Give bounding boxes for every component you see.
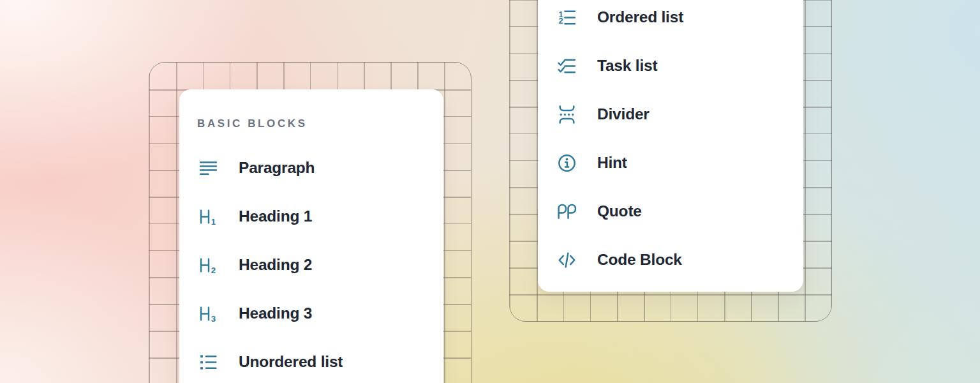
svg-text:2: 2: [211, 265, 216, 274]
paragraph-icon: [198, 158, 219, 179]
menu-item-task-list[interactable]: Task list: [538, 41, 803, 90]
menu-item-label: Paragraph: [239, 159, 315, 177]
menu-item-hint[interactable]: Hint: [538, 139, 803, 187]
menu-item-divider[interactable]: Divider: [538, 90, 803, 139]
divider-icon: [556, 104, 577, 125]
menu-item-label: Ordered list: [597, 8, 683, 26]
task-list-icon: [556, 56, 577, 77]
menu-item-label: Code Block: [597, 251, 682, 269]
svg-text:3: 3: [211, 313, 216, 323]
menu-item-label: Task list: [597, 57, 657, 75]
menu-item-heading-2[interactable]: 2 Heading 2: [179, 241, 443, 289]
menu-item-unordered-list[interactable]: Unordered list: [179, 338, 443, 383]
svg-text:1: 1: [211, 216, 216, 226]
block-menu-hero: BASIC BLOCKS Paragraph 1 Heading 1 2 Hea…: [0, 0, 980, 383]
quote-icon: [556, 201, 577, 222]
menu-item-paragraph[interactable]: Paragraph: [179, 144, 443, 192]
section-label: BASIC BLOCKS: [197, 117, 308, 130]
menu-item-label: Heading 3: [239, 304, 312, 322]
heading-1-icon: 1: [198, 206, 219, 227]
menu-item-label: Hint: [597, 154, 627, 172]
menu-item-ordered-list[interactable]: 1 2 Ordered list: [538, 0, 803, 41]
svg-text:2: 2: [559, 16, 563, 26]
heading-3-icon: 3: [198, 303, 219, 324]
unordered-list-icon: [198, 352, 219, 373]
menu-item-heading-1[interactable]: 1 Heading 1: [179, 192, 443, 241]
ordered-list-icon: 1 2: [556, 7, 577, 28]
menu-item-quote[interactable]: Quote: [538, 187, 803, 236]
menu-item-label: Heading 2: [239, 256, 312, 274]
basic-blocks-card: BASIC BLOCKS Paragraph 1 Heading 1 2 Hea…: [179, 89, 443, 383]
code-block-icon: [556, 250, 577, 271]
menu-item-label: Heading 1: [239, 207, 312, 225]
menu-item-label: Unordered list: [239, 353, 343, 371]
menu-item-label: Divider: [597, 105, 650, 123]
more-blocks-card: 1 2 Ordered list Task list: [538, 0, 803, 292]
more-blocks-menu: 1 2 Ordered list Task list: [538, 0, 803, 284]
hint-icon: [556, 153, 577, 174]
basic-blocks-menu: Paragraph 1 Heading 1 2 Heading 2 3 Head…: [179, 144, 443, 383]
menu-item-code-block[interactable]: Code Block: [538, 236, 803, 284]
menu-item-heading-3[interactable]: 3 Heading 3: [179, 289, 443, 338]
menu-item-label: Quote: [597, 202, 642, 220]
heading-2-icon: 2: [198, 255, 219, 276]
